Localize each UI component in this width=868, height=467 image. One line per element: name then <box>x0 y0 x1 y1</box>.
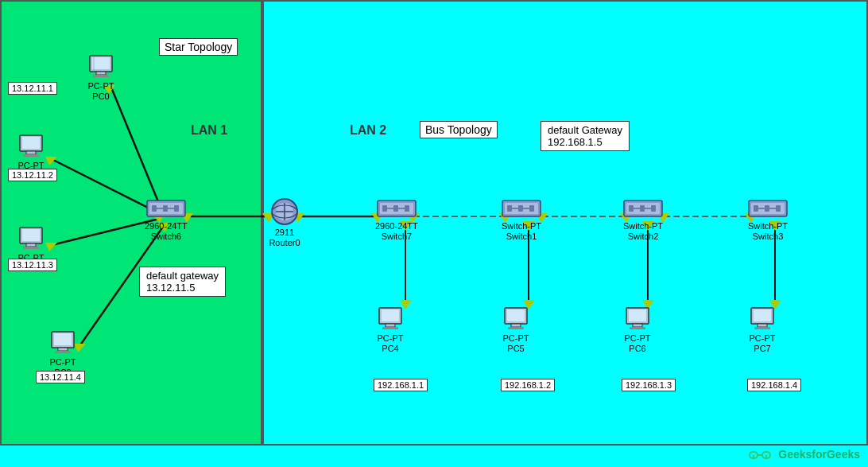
switch6-label: 2960-24TTSwitch6 <box>145 221 188 242</box>
lan1-label: LAN 1 <box>191 123 227 138</box>
svg-rect-44 <box>93 75 109 77</box>
default-gateway-lan1-label: default gateway <box>146 270 219 282</box>
pc7-label: PC-PTPC7 <box>750 333 776 354</box>
switch1: Switch-PTSwitch1 <box>501 197 542 242</box>
svg-rect-103 <box>633 324 642 327</box>
switch7: 2960-24TTSwitch7 <box>375 197 418 242</box>
svg-rect-43 <box>96 72 106 75</box>
svg-rect-53 <box>23 247 39 249</box>
pc1-ip: 13.12.11.2 <box>8 169 57 181</box>
svg-rect-104 <box>630 327 645 329</box>
svg-rect-84 <box>629 205 634 212</box>
svg-rect-62 <box>163 205 168 212</box>
svg-rect-106 <box>754 309 771 321</box>
switch1-label: Switch-PTSwitch1 <box>502 221 541 242</box>
svg-rect-98 <box>507 309 525 321</box>
svg-rect-72 <box>382 205 387 212</box>
switch2: Switch-PTSwitch2 <box>622 197 664 242</box>
svg-rect-92 <box>776 205 781 212</box>
pc0-label: PC-PTPC0 <box>88 81 114 102</box>
svg-rect-48 <box>26 151 36 154</box>
svg-rect-55 <box>54 333 72 345</box>
pc5: PC-PTPC5 <box>501 306 531 354</box>
default-gateway-lan2-ip: 192.168.1.5 <box>548 136 622 148</box>
svg-rect-57 <box>55 351 71 353</box>
lan2-label: LAN 2 <box>350 123 386 138</box>
pc4-ip: 192.168.1.1 <box>374 379 428 391</box>
svg-rect-108 <box>754 327 770 329</box>
svg-rect-96 <box>382 327 398 329</box>
svg-rect-63 <box>174 205 179 212</box>
svg-rect-47 <box>22 137 40 149</box>
svg-rect-49 <box>23 154 39 157</box>
switch7-label: 2960-24TTSwitch7 <box>375 221 418 242</box>
svg-rect-78 <box>507 205 512 212</box>
svg-rect-107 <box>758 324 767 327</box>
svg-rect-73 <box>393 205 398 212</box>
svg-rect-61 <box>152 205 157 212</box>
bus-topology-label: Bus Topology <box>420 121 498 138</box>
pc4-label: PC-PTPC4 <box>378 333 404 354</box>
switch6: 2960-24TTSwitch6 <box>145 197 188 242</box>
pc0: PC-PTPC0 <box>86 54 116 102</box>
geeksforgeeks-brand: GeeksforGeeks <box>748 447 860 463</box>
star-topology-label: Star Topology <box>159 38 238 56</box>
geeksforgeeks-text: GeeksforGeeks <box>778 448 860 461</box>
pc6-label: PC-PTPC6 <box>625 333 651 354</box>
svg-rect-85 <box>640 205 645 212</box>
svg-rect-102 <box>629 309 646 321</box>
pc5-ip: 192.168.1.2 <box>501 379 555 391</box>
svg-rect-99 <box>511 324 521 327</box>
pc6: PC-PTPC6 <box>622 306 653 354</box>
svg-rect-94 <box>382 309 399 321</box>
default-gateway-lan2-box: default Gateway 192.168.1.5 <box>541 121 630 151</box>
svg-rect-86 <box>651 205 656 212</box>
pc0-ip: 13.12.11.1 <box>8 82 57 95</box>
svg-rect-56 <box>58 348 68 351</box>
default-gateway-lan1-box: default gateway 13.12.11.5 <box>139 267 226 297</box>
pc7-ip: 192.168.1.4 <box>747 379 801 391</box>
svg-rect-91 <box>765 205 769 212</box>
default-gateway-lan2-label: default Gateway <box>548 124 622 136</box>
pc4: PC-PTPC4 <box>375 306 405 354</box>
svg-rect-79 <box>518 205 523 212</box>
pc5-label: PC-PTPC5 <box>503 333 529 354</box>
svg-rect-51 <box>22 229 40 241</box>
svg-rect-90 <box>754 205 758 212</box>
pc3-ip: 13.12.11.4 <box>36 371 85 383</box>
switch3-label: Switch-PTSwitch3 <box>748 221 788 242</box>
svg-rect-74 <box>405 205 409 212</box>
svg-rect-42 <box>92 57 110 69</box>
svg-rect-80 <box>529 205 534 212</box>
router0-label: 2911Router0 <box>269 228 300 248</box>
switch2-label: Switch-PTSwitch2 <box>623 221 663 242</box>
pc7: PC-PTPC7 <box>747 306 777 354</box>
pc6-ip: 192.168.1.3 <box>622 379 676 391</box>
default-gateway-lan1-ip: 13.12.11.5 <box>146 282 219 294</box>
svg-rect-52 <box>26 243 36 247</box>
svg-rect-95 <box>386 324 395 327</box>
pc2-ip: 13.12.11.3 <box>8 259 57 271</box>
switch3: Switch-PTSwitch3 <box>747 197 789 242</box>
svg-rect-100 <box>508 327 524 329</box>
router0: 2911Router0 <box>264 197 305 248</box>
